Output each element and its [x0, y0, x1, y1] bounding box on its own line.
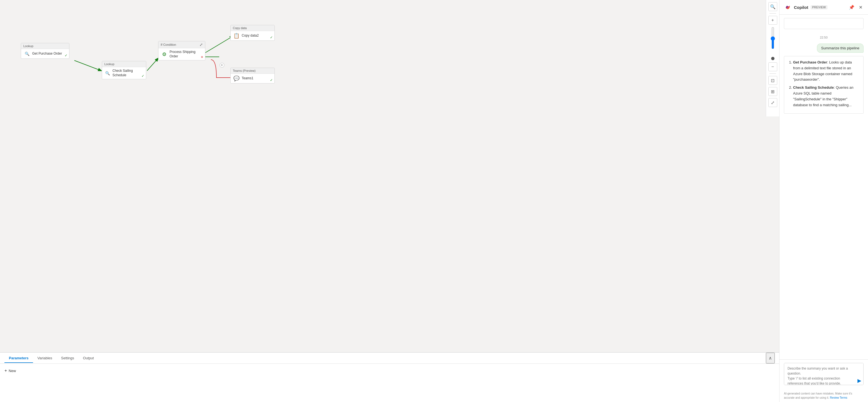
- lookup-icon-2: 🔍: [105, 70, 110, 76]
- copilot-panel: Copilot PREVIEW 📌 ✕ 22:50 Summarize this…: [779, 0, 868, 402]
- bottom-panel: Parameters Variables Settings Output ∧ +…: [0, 352, 779, 402]
- node-check-2: ✓: [142, 74, 144, 78]
- zoom-out-button[interactable]: −: [768, 62, 777, 71]
- zoom-slider-container: [771, 27, 774, 60]
- bot-response: Get Purchase Order: Looks up data from a…: [784, 56, 864, 114]
- connections-svg: +: [0, 0, 779, 352]
- copilot-send-button[interactable]: ▶: [858, 378, 861, 384]
- grid-view-button[interactable]: ⊞: [768, 87, 777, 96]
- node-check-teams: ✓: [270, 78, 273, 82]
- expand-button[interactable]: ⤢: [768, 98, 777, 107]
- node-get-purchase-order[interactable]: Lookup 🔍 Get Purchase Order ✓: [21, 43, 69, 59]
- svg-point-3: [220, 63, 224, 67]
- tab-parameters[interactable]: Parameters: [4, 353, 33, 363]
- svg-line-0: [74, 61, 101, 71]
- copilot-logo: [784, 3, 792, 11]
- main-area: + Lookup 🔍 Get Purchase Order ✓ Lookup: [0, 0, 779, 402]
- teams-icon: 💬: [234, 75, 240, 81]
- copy-icon: 📋: [234, 33, 240, 39]
- tab-output[interactable]: Output: [79, 353, 98, 363]
- message-timestamp: 22:50: [784, 35, 864, 40]
- node-check-1: ✓: [65, 54, 67, 57]
- node-teams[interactable]: Teams (Preview) 💬 Teams1 ✓: [230, 68, 275, 83]
- copilot-messages: 22:50 Summarize this pipeline Get Purcha…: [779, 15, 868, 359]
- node-header-copy: Copy data: [230, 25, 274, 31]
- item1-name: Get Purchase Order: [793, 60, 827, 64]
- slider-thumb: [771, 57, 774, 60]
- expand-condition-icon[interactable]: ⤢: [199, 42, 203, 47]
- copilot-close-button[interactable]: ✕: [858, 4, 864, 11]
- zoom-in-icon: +: [771, 18, 774, 23]
- zoom-in-button[interactable]: +: [768, 16, 777, 25]
- grid-icon: ⊞: [771, 89, 774, 94]
- copilot-header-actions: 📌 ✕: [848, 4, 864, 11]
- tab-variables[interactable]: Variables: [33, 353, 57, 363]
- node-label-copy: Copy data2: [242, 34, 259, 38]
- condition-icon: ⚙: [161, 51, 167, 57]
- copilot-pin-button[interactable]: 📌: [848, 4, 856, 11]
- bottom-content: + New: [0, 364, 779, 402]
- search-icon: 🔍: [770, 4, 776, 9]
- copilot-footer: AI-generated content can have mistakes. …: [779, 389, 868, 402]
- item2-name: Check Sailing Schedule: [793, 86, 834, 90]
- plus-icon: +: [4, 368, 7, 373]
- copilot-review-terms-link[interactable]: Review Terms: [830, 396, 847, 399]
- bottom-tabs: Parameters Variables Settings Output ∧: [0, 353, 779, 364]
- copilot-input-wrapper: ▶: [784, 363, 864, 386]
- node-label-lookup2: Check Sailing Schedule: [113, 69, 143, 77]
- toolbar-divider-2: [770, 73, 776, 74]
- node-label-condition: Process ShippingOrder: [169, 50, 195, 59]
- node-x-condition: ✕: [200, 55, 204, 59]
- previous-input-area: [784, 18, 864, 29]
- condition-header-label: If Condition: [161, 43, 176, 46]
- node-header-teams: Teams (Preview): [230, 68, 274, 74]
- bot-response-list: Get Purchase Order: Looks up data from a…: [788, 60, 859, 108]
- bot-response-item-2: Check Sailing Schedule: Queries an Azure…: [793, 85, 859, 108]
- copilot-input-area: ▶: [779, 359, 868, 389]
- collapse-panel-button[interactable]: ∧: [766, 353, 775, 364]
- lookup-icon-1: 🔍: [24, 51, 30, 57]
- svg-text:+: +: [221, 63, 223, 67]
- fit-view-button[interactable]: ⊡: [768, 76, 777, 85]
- bot-response-item-1: Get Purchase Order: Looks up data from a…: [793, 60, 859, 82]
- node-header-lookup2: Lookup: [102, 61, 146, 67]
- zoom-slider[interactable]: [772, 27, 774, 49]
- svg-line-1: [147, 58, 158, 71]
- user-message-bubble: Summarize this pipeline: [817, 43, 864, 53]
- node-label-teams: Teams1: [242, 76, 253, 81]
- tab-settings[interactable]: Settings: [57, 353, 79, 363]
- node-header-lookup1: Lookup: [21, 43, 69, 49]
- node-check-copy: ✓: [270, 35, 273, 39]
- node-if-condition[interactable]: If Condition ⤢ ⚙ Process ShippingOrder ✕: [158, 41, 205, 61]
- pipeline-canvas: + Lookup 🔍 Get Purchase Order ✓ Lookup: [0, 0, 779, 352]
- canvas-toolbar: 🔍 + − ⊡ ⊞ ⤢: [766, 0, 779, 116]
- copilot-title: Copilot: [794, 5, 808, 10]
- copilot-input[interactable]: [784, 363, 864, 385]
- expand-icon: ⤢: [771, 100, 774, 105]
- node-check-sailing-schedule[interactable]: Lookup 🔍 Check Sailing Schedule ✓: [102, 61, 146, 79]
- fit-icon: ⊡: [771, 78, 774, 83]
- copilot-preview-badge: PREVIEW: [811, 5, 828, 9]
- search-button[interactable]: 🔍: [768, 2, 777, 11]
- node-header-condition: If Condition ⤢: [158, 41, 205, 48]
- node-label-lookup1: Get Purchase Order: [32, 52, 62, 56]
- zoom-out-icon: −: [771, 64, 774, 69]
- add-new-label: New: [9, 369, 16, 373]
- add-new-button[interactable]: + New: [4, 367, 775, 374]
- node-copy-data[interactable]: Copy data 📋 Copy data2 ✓: [230, 25, 275, 41]
- copilot-header: Copilot PREVIEW 📌 ✕: [779, 0, 868, 15]
